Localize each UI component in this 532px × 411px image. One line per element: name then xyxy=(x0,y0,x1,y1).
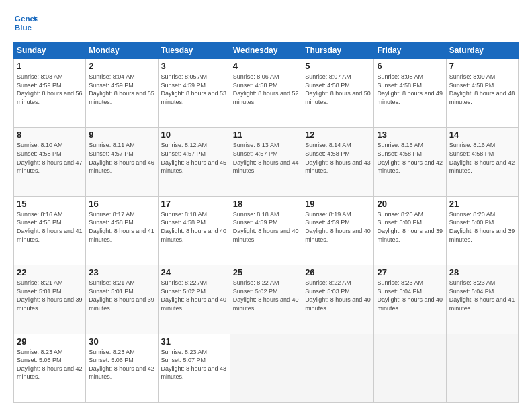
logo: General Blue xyxy=(13,11,40,35)
calendar-day xyxy=(446,334,518,402)
calendar-day: 1Sunrise: 8:03 AMSunset: 4:59 PMDaylight… xyxy=(14,59,86,128)
day-info: Sunrise: 8:06 AMSunset: 4:58 PMDaylight:… xyxy=(233,73,299,105)
calendar-day: 23Sunrise: 8:21 AMSunset: 5:01 PMDayligh… xyxy=(86,265,158,334)
calendar-day: 12Sunrise: 8:14 AMSunset: 4:58 PMDayligh… xyxy=(302,128,374,196)
calendar-day: 3Sunrise: 8:05 AMSunset: 4:59 PMDaylight… xyxy=(158,59,230,128)
calendar-day: 20Sunrise: 8:20 AMSunset: 5:00 PMDayligh… xyxy=(374,196,446,265)
day-number: 24 xyxy=(161,267,227,277)
calendar-day xyxy=(374,334,446,402)
calendar-day: 16Sunrise: 8:17 AMSunset: 4:58 PMDayligh… xyxy=(86,196,158,265)
day-info: Sunrise: 8:23 AMSunset: 5:04 PMDaylight:… xyxy=(449,279,515,312)
day-info: Sunrise: 8:09 AMSunset: 4:58 PMDaylight:… xyxy=(449,73,515,105)
day-number: 12 xyxy=(305,130,371,140)
day-number: 31 xyxy=(161,336,227,347)
day-number: 16 xyxy=(89,199,154,209)
calendar-day: 2Sunrise: 8:04 AMSunset: 4:59 PMDaylight… xyxy=(86,59,158,128)
calendar-week-row: 15Sunrise: 8:16 AMSunset: 4:58 PMDayligh… xyxy=(14,196,519,265)
day-info: Sunrise: 8:20 AMSunset: 5:00 PMDaylight:… xyxy=(449,211,515,243)
calendar-day: 31Sunrise: 8:23 AMSunset: 5:07 PMDayligh… xyxy=(158,334,230,402)
weekday-header: Sunday xyxy=(14,42,86,59)
day-number: 19 xyxy=(305,199,371,209)
calendar-week-row: 1Sunrise: 8:03 AMSunset: 4:59 PMDaylight… xyxy=(14,59,519,128)
day-info: Sunrise: 8:12 AMSunset: 4:57 PMDaylight:… xyxy=(161,142,227,174)
calendar-day: 4Sunrise: 8:06 AMSunset: 4:58 PMDaylight… xyxy=(230,59,302,128)
day-info: Sunrise: 8:18 AMSunset: 4:58 PMDaylight:… xyxy=(161,211,227,243)
day-number: 5 xyxy=(305,61,371,71)
day-number: 26 xyxy=(305,267,371,277)
day-info: Sunrise: 8:11 AMSunset: 4:57 PMDaylight:… xyxy=(89,142,154,174)
day-number: 30 xyxy=(89,336,154,347)
day-info: Sunrise: 8:14 AMSunset: 4:58 PMDaylight:… xyxy=(305,142,371,174)
day-number: 23 xyxy=(89,267,154,277)
day-number: 27 xyxy=(377,267,443,277)
weekday-header: Wednesday xyxy=(230,42,302,59)
day-info: Sunrise: 8:04 AMSunset: 4:59 PMDaylight:… xyxy=(89,73,154,105)
calendar-week-row: 22Sunrise: 8:21 AMSunset: 5:01 PMDayligh… xyxy=(14,265,519,334)
day-number: 9 xyxy=(89,130,154,140)
calendar-day: 17Sunrise: 8:18 AMSunset: 4:58 PMDayligh… xyxy=(158,196,230,265)
calendar-day: 10Sunrise: 8:12 AMSunset: 4:57 PMDayligh… xyxy=(158,128,230,196)
day-info: Sunrise: 8:22 AMSunset: 5:03 PMDaylight:… xyxy=(305,279,371,312)
day-info: Sunrise: 8:03 AMSunset: 4:59 PMDaylight:… xyxy=(17,73,83,105)
weekday-header: Friday xyxy=(374,42,446,59)
svg-text:Blue: Blue xyxy=(15,23,32,32)
calendar-day: 19Sunrise: 8:19 AMSunset: 4:59 PMDayligh… xyxy=(302,196,374,265)
calendar-table: SundayMondayTuesdayWednesdayThursdayFrid… xyxy=(13,42,519,403)
day-info: Sunrise: 8:22 AMSunset: 5:02 PMDaylight:… xyxy=(161,279,227,312)
day-number: 1 xyxy=(17,61,83,71)
weekday-header: Monday xyxy=(86,42,158,59)
day-info: Sunrise: 8:21 AMSunset: 5:01 PMDaylight:… xyxy=(89,279,154,312)
day-number: 10 xyxy=(161,130,227,140)
day-number: 13 xyxy=(377,130,443,140)
day-info: Sunrise: 8:16 AMSunset: 4:58 PMDaylight:… xyxy=(449,142,515,174)
day-number: 7 xyxy=(449,61,515,71)
day-number: 25 xyxy=(233,267,299,277)
day-number: 21 xyxy=(449,199,515,209)
day-info: Sunrise: 8:23 AMSunset: 5:05 PMDaylight:… xyxy=(17,349,83,381)
calendar-day: 27Sunrise: 8:23 AMSunset: 5:04 PMDayligh… xyxy=(374,265,446,334)
day-info: Sunrise: 8:15 AMSunset: 4:58 PMDaylight:… xyxy=(377,142,443,174)
calendar-day: 9Sunrise: 8:11 AMSunset: 4:57 PMDaylight… xyxy=(86,128,158,196)
weekday-header: Tuesday xyxy=(158,42,230,59)
weekday-header: Saturday xyxy=(446,42,518,59)
calendar-day: 5Sunrise: 8:07 AMSunset: 4:58 PMDaylight… xyxy=(302,59,374,128)
day-info: Sunrise: 8:16 AMSunset: 4:58 PMDaylight:… xyxy=(17,211,83,243)
calendar-day: 8Sunrise: 8:10 AMSunset: 4:58 PMDaylight… xyxy=(14,128,86,196)
calendar-day: 25Sunrise: 8:22 AMSunset: 5:02 PMDayligh… xyxy=(230,265,302,334)
calendar-week-row: 29Sunrise: 8:23 AMSunset: 5:05 PMDayligh… xyxy=(14,334,519,402)
calendar-day: 28Sunrise: 8:23 AMSunset: 5:04 PMDayligh… xyxy=(446,265,518,334)
calendar-day: 21Sunrise: 8:20 AMSunset: 5:00 PMDayligh… xyxy=(446,196,518,265)
day-number: 6 xyxy=(377,61,443,71)
calendar-day: 26Sunrise: 8:22 AMSunset: 5:03 PMDayligh… xyxy=(302,265,374,334)
day-number: 18 xyxy=(233,199,299,209)
page: General Blue SundayMondayTuesdayWednesda… xyxy=(0,0,532,411)
day-number: 20 xyxy=(377,199,443,209)
day-number: 15 xyxy=(17,199,83,209)
day-number: 22 xyxy=(17,267,83,277)
day-number: 2 xyxy=(89,61,154,71)
weekday-header-row: SundayMondayTuesdayWednesdayThursdayFrid… xyxy=(14,42,519,59)
calendar-day: 13Sunrise: 8:15 AMSunset: 4:58 PMDayligh… xyxy=(374,128,446,196)
day-number: 3 xyxy=(161,61,227,71)
calendar-day: 29Sunrise: 8:23 AMSunset: 5:05 PMDayligh… xyxy=(14,334,86,402)
day-info: Sunrise: 8:23 AMSunset: 5:07 PMDaylight:… xyxy=(161,349,227,381)
calendar-day: 14Sunrise: 8:16 AMSunset: 4:58 PMDayligh… xyxy=(446,128,518,196)
day-info: Sunrise: 8:10 AMSunset: 4:58 PMDaylight:… xyxy=(17,142,83,174)
calendar-day: 22Sunrise: 8:21 AMSunset: 5:01 PMDayligh… xyxy=(14,265,86,334)
calendar-day: 18Sunrise: 8:18 AMSunset: 4:59 PMDayligh… xyxy=(230,196,302,265)
day-number: 8 xyxy=(17,130,83,140)
calendar-week-row: 8Sunrise: 8:10 AMSunset: 4:58 PMDaylight… xyxy=(14,128,519,196)
calendar-day: 15Sunrise: 8:16 AMSunset: 4:58 PMDayligh… xyxy=(14,196,86,265)
day-info: Sunrise: 8:05 AMSunset: 4:59 PMDaylight:… xyxy=(161,73,227,105)
day-number: 11 xyxy=(233,130,299,140)
logo-icon: General Blue xyxy=(13,11,38,35)
calendar-day: 24Sunrise: 8:22 AMSunset: 5:02 PMDayligh… xyxy=(158,265,230,334)
calendar-day xyxy=(230,334,302,402)
calendar-day: 6Sunrise: 8:08 AMSunset: 4:58 PMDaylight… xyxy=(374,59,446,128)
weekday-header: Thursday xyxy=(302,42,374,59)
calendar-day xyxy=(302,334,374,402)
day-number: 14 xyxy=(449,130,515,140)
day-info: Sunrise: 8:23 AMSunset: 5:04 PMDaylight:… xyxy=(377,279,443,312)
header: General Blue xyxy=(13,11,519,35)
day-info: Sunrise: 8:13 AMSunset: 4:57 PMDaylight:… xyxy=(233,142,299,174)
